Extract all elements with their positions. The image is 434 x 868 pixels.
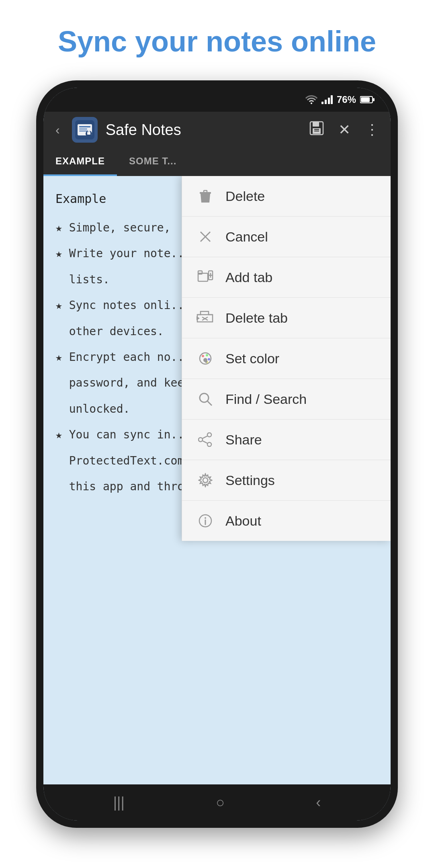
svg-rect-27 <box>198 271 202 274</box>
svg-rect-1 <box>325 100 327 104</box>
menu-label-delete-tab: Delete tab <box>225 310 288 326</box>
menu-item-delete-tab[interactable]: Delete tab <box>182 298 391 338</box>
page-title-container: Sync your notes online <box>0 0 434 75</box>
signal-icon <box>321 95 333 104</box>
add-tab-icon <box>197 268 214 286</box>
svg-marker-34 <box>197 316 200 320</box>
tabs-bar: EXAMPLE SOME T... <box>43 148 391 176</box>
wifi-icon <box>305 95 317 104</box>
app-header: ‹ Safe Notes <box>43 112 391 148</box>
menu-item-settings[interactable]: Settings <box>182 460 391 501</box>
trash-icon <box>197 187 214 205</box>
svg-point-52 <box>205 517 206 519</box>
menu-label-settings: Settings <box>225 473 275 488</box>
battery-text: 76% <box>337 94 356 105</box>
menu-label-cancel: Cancel <box>225 229 268 245</box>
close-button[interactable]: ✕ <box>335 118 354 141</box>
search-icon <box>197 390 214 408</box>
svg-point-46 <box>207 442 211 446</box>
header-actions: ✕ ⋮ <box>306 118 383 142</box>
share-icon <box>197 431 214 448</box>
svg-rect-20 <box>204 190 207 192</box>
recents-button[interactable]: ||| <box>101 790 137 815</box>
svg-line-43 <box>207 401 212 405</box>
svg-rect-10 <box>79 129 87 129</box>
svg-rect-0 <box>321 102 323 104</box>
cancel-icon <box>197 228 214 246</box>
svg-rect-9 <box>79 126 90 127</box>
menu-item-about[interactable]: About <box>182 501 391 541</box>
status-bar: 76% <box>43 88 391 112</box>
menu-item-cancel[interactable]: Cancel <box>182 217 391 257</box>
menu-item-find-search[interactable]: Find / Search <box>182 379 391 420</box>
menu-label-set-color: Set color <box>225 351 279 366</box>
gear-icon <box>197 471 214 489</box>
svg-line-48 <box>203 441 207 443</box>
svg-rect-5 <box>373 98 375 101</box>
menu-item-set-color[interactable]: Set color <box>182 338 391 379</box>
more-button[interactable]: ⋮ <box>362 118 383 141</box>
svg-rect-22 <box>205 195 206 201</box>
svg-rect-23 <box>207 195 208 201</box>
svg-point-42 <box>200 393 209 402</box>
svg-point-45 <box>199 438 203 442</box>
svg-rect-18 <box>314 131 319 131</box>
bottom-nav: ||| ○ ‹ <box>43 784 391 821</box>
phone-frame: 76% ‹ <box>36 80 398 828</box>
app-logo <box>72 117 98 143</box>
svg-rect-13 <box>87 132 90 135</box>
delete-tab-icon <box>197 309 214 327</box>
svg-point-36 <box>202 355 204 357</box>
back-nav-button[interactable]: ‹ <box>304 790 333 815</box>
menu-label-add-tab: Add tab <box>225 270 272 285</box>
svg-point-38 <box>208 358 210 360</box>
svg-rect-15 <box>313 122 319 127</box>
back-button[interactable]: ‹ <box>51 119 64 141</box>
svg-point-41 <box>205 360 207 363</box>
battery-icon <box>360 96 375 104</box>
menu-item-share[interactable]: Share <box>182 420 391 460</box>
menu-label-about: About <box>225 513 261 529</box>
phone-screen: 76% ‹ <box>43 88 391 821</box>
palette-icon <box>197 350 214 367</box>
app-title: Safe Notes <box>106 121 298 139</box>
svg-rect-17 <box>314 129 319 130</box>
svg-line-47 <box>203 436 207 438</box>
phone-inner: 76% ‹ <box>43 88 391 821</box>
menu-item-delete[interactable]: Delete <box>182 176 391 217</box>
svg-rect-6 <box>361 97 370 102</box>
dropdown-overlay: Delete Cancel <box>43 176 391 784</box>
info-icon <box>197 512 214 530</box>
svg-rect-3 <box>331 95 333 104</box>
svg-point-44 <box>207 433 211 437</box>
menu-label-find-search: Find / Search <box>225 391 307 407</box>
save-icon <box>309 121 324 135</box>
content-area: Example ★ Simple, secure, ★ Write your n… <box>43 176 391 784</box>
tab-example[interactable]: EXAMPLE <box>43 148 117 176</box>
page-title: Sync your notes online <box>58 25 376 57</box>
menu-label-delete: Delete <box>225 188 265 204</box>
menu-label-share: Share <box>225 432 262 448</box>
menu-item-add-tab[interactable]: Add tab <box>182 257 391 298</box>
tab-somet[interactable]: SOME T... <box>117 148 188 176</box>
status-icons: 76% <box>305 94 375 105</box>
home-button[interactable]: ○ <box>204 790 237 815</box>
save-button[interactable] <box>306 118 327 142</box>
svg-rect-2 <box>328 98 330 104</box>
svg-rect-21 <box>203 195 204 201</box>
svg-point-49 <box>203 478 208 483</box>
dropdown-menu: Delete Cancel <box>182 176 391 541</box>
svg-point-37 <box>206 354 208 356</box>
